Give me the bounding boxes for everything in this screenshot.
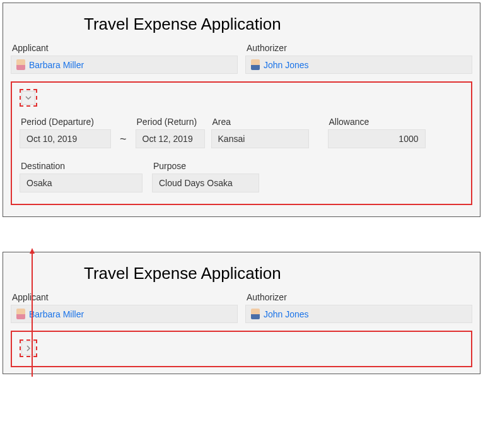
applicant-label: Applicant — [11, 43, 238, 53]
applicant-link[interactable]: Barbara Miller — [29, 309, 84, 319]
destination-field: Destination Osaka — [20, 161, 152, 192]
purpose-value[interactable]: Cloud Days Osaka — [152, 174, 259, 192]
fields-row-2: Destination Osaka Purpose Cloud Days Osa… — [20, 161, 463, 192]
authorizer-label: Authorizer — [245, 43, 472, 53]
state-transition-arrow — [30, 248, 35, 377]
applicant-block: Applicant Barbara Miller — [11, 43, 238, 74]
page-title: Travel Expense Application — [3, 3, 480, 43]
applicant-label: Applicant — [11, 292, 238, 302]
arrow-line — [32, 252, 33, 377]
authorizer-value[interactable]: John Jones — [245, 305, 472, 323]
authorizer-link[interactable]: John Jones — [264, 309, 309, 319]
period-return-label: Period (Return) — [136, 117, 211, 127]
fields-row-1: Period (Departure) Oct 10, 2019 ~ Period… — [20, 117, 463, 148]
person-row: Applicant Barbara Miller Authorizer John… — [3, 43, 480, 78]
authorizer-block: Authorizer John Jones — [245, 292, 472, 323]
authorizer-label: Authorizer — [245, 292, 472, 302]
area-label: Area — [211, 117, 328, 127]
allowance-value[interactable]: 1000 — [328, 129, 426, 148]
destination-label: Destination — [20, 161, 152, 171]
authorizer-block: Authorizer John Jones — [245, 43, 472, 74]
person-row: Applicant Barbara Miller Authorizer John… — [3, 292, 480, 327]
authorizer-link[interactable]: John Jones — [264, 60, 309, 70]
avatar-female-icon — [16, 309, 25, 319]
period-separator: ~ — [111, 133, 136, 148]
collapse-toggle-button[interactable] — [20, 89, 37, 107]
expense-panel-expanded: Travel Expense Application Applicant Bar… — [3, 3, 480, 217]
applicant-block: Applicant Barbara Miller — [11, 292, 238, 323]
collapse-toggle-inner — [21, 91, 35, 105]
area-field: Area Kansai — [211, 117, 328, 148]
period-departure-field: Period (Departure) Oct 10, 2019 — [20, 117, 111, 148]
destination-value[interactable]: Osaka — [20, 174, 143, 192]
authorizer-value[interactable]: John Jones — [245, 56, 472, 74]
expense-panel-collapsed: Travel Expense Application Applicant Bar… — [3, 252, 480, 374]
chevron-down-icon — [25, 95, 32, 101]
purpose-label: Purpose — [152, 161, 259, 171]
avatar-male-icon — [251, 309, 260, 319]
period-departure-value[interactable]: Oct 10, 2019 — [20, 129, 111, 148]
details-section-collapsed — [11, 331, 472, 367]
applicant-value[interactable]: Barbara Miller — [11, 56, 238, 74]
details-section-expanded: Period (Departure) Oct 10, 2019 ~ Period… — [11, 81, 472, 205]
avatar-male-icon — [251, 59, 260, 70]
period-return-field: Period (Return) Oct 12, 2019 — [136, 117, 211, 148]
allowance-label: Allowance — [328, 117, 426, 127]
applicant-value[interactable]: Barbara Miller — [11, 305, 238, 323]
area-value[interactable]: Kansai — [211, 129, 309, 148]
avatar-female-icon — [16, 59, 25, 70]
allowance-field: Allowance 1000 — [328, 117, 426, 148]
period-departure-label: Period (Departure) — [20, 117, 111, 127]
purpose-field: Purpose Cloud Days Osaka — [152, 161, 259, 192]
applicant-link[interactable]: Barbara Miller — [29, 60, 84, 70]
period-return-value[interactable]: Oct 12, 2019 — [136, 129, 205, 148]
page-title: Travel Expense Application — [3, 252, 480, 292]
